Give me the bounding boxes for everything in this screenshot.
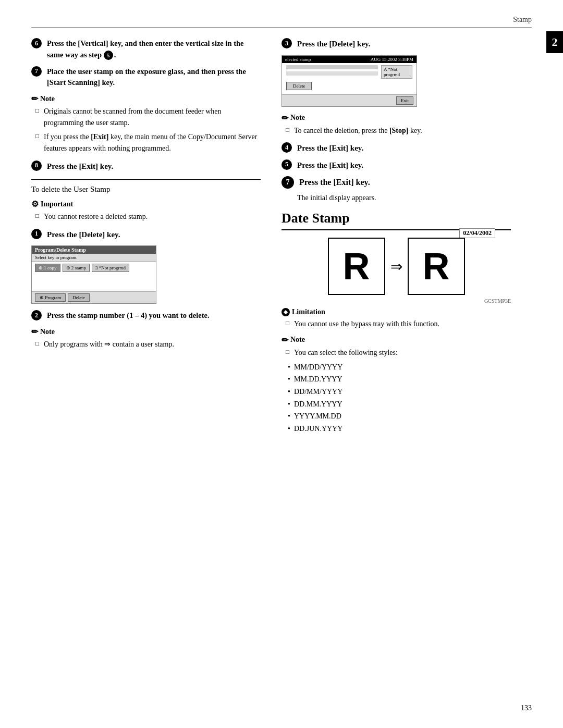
step-r4-number: 4 (282, 142, 292, 153)
step-r5-text: Press the [Exit] key. (297, 159, 511, 171)
step-7-number: 7 (31, 66, 42, 77)
important-icon: ⚙ (31, 199, 39, 209)
ui-inner-delete-btn[interactable]: Delete (286, 82, 312, 90)
section-divider-1 (31, 179, 261, 180)
ui-titlebar-1: Program/Delete Stamp (32, 246, 156, 254)
ui-btn-stamp[interactable]: ⊕ 2 stamp (63, 264, 90, 272)
limitation-header: ◆ Limitation (282, 308, 511, 316)
styles-list: MM/DD/YYYY MM.DD.YYYY DD/MM/YYYY DD.MM.Y… (282, 362, 511, 435)
note-2-label: Note (40, 328, 55, 336)
pencil-icon-2: ✏ (31, 327, 38, 337)
step-r4-text: Press the [Exit] key. (297, 142, 511, 154)
note-block-2: ✏ Note Only programs with ⇒ contain a us… (31, 327, 261, 350)
ui-delete-footer-btn[interactable]: Delete (68, 293, 89, 302)
style-item-5: DD.JUN.YYYY (286, 423, 511, 435)
note-3-items: To cancel the deletion, press the [Stop]… (282, 125, 511, 137)
step-del-2: 2 Press the stamp number (1 – 4) you wan… (31, 310, 261, 322)
arrow-icon: ⇒ (390, 258, 402, 275)
ui-topbar-2: elected stamp AUG 15,2002 3:38PM (282, 56, 417, 63)
step-6-number: 6 (31, 38, 42, 48)
ui-screenshot-2: elected stamp AUG 15,2002 3:38PM Delete … (282, 55, 417, 107)
note-block-1: ✏ Note Originals cannot be scanned from … (31, 94, 261, 154)
ui-topbar-left-text: elected stamp (285, 57, 311, 62)
note-1-label: Note (40, 95, 55, 103)
step-r3: 3 Press the [Delete] key. (282, 38, 511, 50)
step-r5-number: 5 (282, 159, 292, 170)
step-r3-text: Press the [Delete] key. (297, 38, 511, 50)
note-3-header: ✏ Note (282, 113, 511, 123)
r-letter-left: R (343, 245, 370, 288)
note-4-item-1: You can select the following styles: (286, 347, 511, 359)
step-r7-text: Press the [Exit] key. (299, 176, 511, 189)
style-item-4: YYYY.MM.DD (286, 411, 511, 422)
note-4-header: ✏ Note (282, 335, 511, 345)
limitation-items: You cannot use the bypass tray with this… (282, 318, 511, 330)
limitation-item-1: You cannot use the bypass tray with this… (286, 318, 511, 330)
note-3-item-1: To cancel the deletion, press the [Stop]… (286, 125, 511, 137)
important-items: You cannot restore a deleted stamp. (31, 211, 261, 223)
page-container: Stamp 2 6 Press the [Vertical] key, and … (0, 0, 563, 728)
ui-screenshot-1: Program/Delete Stamp Select key to progr… (31, 245, 156, 304)
step-7-text: Place the user stamp on the exposure gla… (47, 66, 261, 89)
note-1-header: ✏ Note (31, 94, 261, 104)
date-stamp-section: Date Stamp 02/04/2002 R ⇒ R GCSTMP3E (282, 211, 511, 435)
right-column: 3 Press the [Delete] key. elected stamp … (282, 38, 532, 441)
step-r3-number: 3 (282, 38, 292, 48)
step-6-text: Press the [Vertical] key, and then enter… (47, 38, 261, 61)
important-header: ⚙ Important (31, 199, 261, 209)
step-8: 8 Press the [Exit] key. (31, 161, 261, 172)
note-1-item-1: Originals cannot be scanned from the doc… (35, 106, 261, 128)
two-column-layout: 6 Press the [Vertical] key, and then ent… (31, 38, 532, 441)
step-del-2-number: 2 (31, 310, 42, 320)
step-del-1: 1 Press the [Delete] key. (31, 229, 261, 241)
ui-right-body: Delete A *Not progrmd (282, 63, 417, 94)
limitation-icon: ◆ (282, 308, 290, 316)
step-del-1-text: Press the [Delete] key. (47, 229, 261, 241)
page-header: Stamp (31, 16, 532, 28)
gcstmp-label: GCSTMP3E (282, 298, 511, 304)
step-del-1-number: 1 (31, 229, 42, 239)
note-2-header: ✏ Note (31, 327, 261, 337)
style-item-3: DD.MM.YYYY (286, 399, 511, 410)
important-item-1: You cannot restore a deleted stamp. (35, 211, 261, 223)
note-4-items: You can select the following styles: (282, 347, 511, 359)
date-label: 02/04/2002 (459, 228, 495, 238)
note-1-item-2: If you press the [Exit] key, the main me… (35, 131, 261, 154)
ui-exit-btn[interactable]: Exit (396, 96, 413, 105)
style-item-1: MM.DD.YYYY (286, 374, 511, 385)
note-block-4: ✏ Note You can select the following styl… (282, 335, 511, 435)
r-box-left: R (328, 238, 385, 295)
step-6: 6 Press the [Vertical] key, and then ent… (31, 38, 261, 61)
ui-right-panel: A *Not progrmd (381, 65, 412, 92)
step-8-number: 8 (31, 161, 42, 171)
style-item-0: MM/DD/YYYY (286, 362, 511, 373)
note-3-label: Note (290, 114, 305, 122)
step-8-text: Press the [Exit] key. (47, 161, 261, 172)
ui-row-1: ⊕ 1 copy ⊕ 2 stamp 3 *Not progrmd (35, 264, 153, 272)
initial-display-text: The initial display appears. (297, 194, 511, 202)
note-2-items: Only programs with ⇒ contain a user stam… (31, 339, 261, 350)
step-r7-number: 7 (282, 176, 294, 189)
step-r4: 4 Press the [Exit] key. (282, 142, 511, 154)
limitation-label: Limitation (292, 308, 325, 316)
step-r5: 5 Press the [Exit] key. (282, 159, 511, 171)
step-ref-5: 5 (104, 51, 113, 60)
ui-btn-notprog[interactable]: 3 *Not progrmd (92, 264, 129, 272)
subsection-title: To delete the User Stamp (31, 185, 261, 194)
ui-right-footer: Exit (282, 94, 417, 106)
ui-program-btn[interactable]: ⊕ Program (35, 293, 66, 302)
step-del-2-text: Press the stamp number (1 – 4) you want … (47, 310, 261, 322)
date-stamp-title: Date Stamp (282, 211, 511, 230)
ui-body-1: ⊕ 1 copy ⊕ 2 stamp 3 *Not progrmd (32, 262, 156, 291)
note-block-3: ✏ Note To cancel the deletion, press the… (282, 113, 511, 137)
important-label: Important (41, 200, 73, 208)
pencil-icon-3: ✏ (282, 113, 288, 123)
pencil-icon: ✏ (31, 94, 38, 104)
limitation-block: ◆ Limitation You cannot use the bypass t… (282, 308, 511, 330)
ui-left-panel: Delete (286, 65, 378, 92)
step-r7: 7 Press the [Exit] key. (282, 176, 511, 189)
ui-topbar-right-text: AUG 15,2002 3:38PM (371, 57, 413, 62)
style-item-2: DD/MM/YYYY (286, 386, 511, 398)
ui-btn-copy[interactable]: ⊕ 1 copy (35, 264, 60, 272)
r-diagram-container: 02/04/2002 R ⇒ R GCSTMP3E (282, 238, 511, 304)
